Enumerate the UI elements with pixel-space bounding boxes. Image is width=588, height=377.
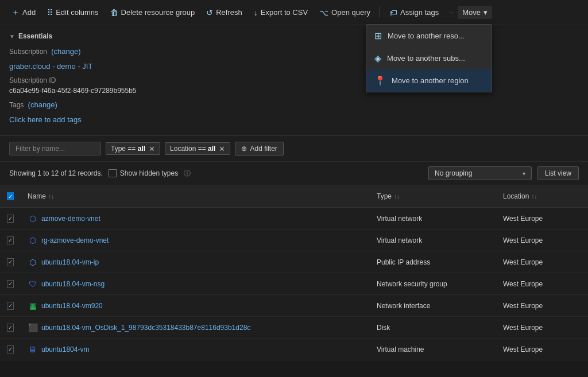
resource-type-icon: 🛡: [28, 279, 38, 289]
info-icon[interactable]: ⓘ: [184, 169, 191, 178]
move-resource-icon: ⊞: [374, 30, 382, 41]
row-name-cell: ⬛ ubuntu18.04-vm_OsDisk_1_98793dc3531843…: [21, 319, 370, 336]
refresh-button[interactable]: ↺ Refresh: [202, 6, 247, 20]
row-type-cell: Public IP address: [370, 255, 496, 270]
resource-type-icon: ▦: [28, 301, 38, 311]
row-checkbox-cell[interactable]: ✓: [0, 233, 21, 248]
resource-type-icon: ⬡: [28, 235, 38, 246]
resource-type-icon: 🖥: [28, 344, 38, 355]
table-row: ✓ 🖥 ubuntu1804-vm Virtual machine West E…: [0, 339, 588, 360]
move-button[interactable]: Move ▾: [458, 6, 492, 19]
assign-tags-button[interactable]: 🏷 Assign tags: [385, 6, 443, 20]
tags-change-link[interactable]: (change): [28, 100, 57, 109]
essentials-chevron-icon: ▼: [9, 33, 15, 40]
move-to-subscription-item[interactable]: ◈ Move to another subs...: [366, 47, 492, 69]
name-column-header[interactable]: Name ↑↓: [21, 190, 370, 203]
row-checkbox-cell[interactable]: ✓: [0, 255, 21, 270]
table-row: ✓ ▦ ubuntu18.04-vm920 Network interface …: [0, 295, 588, 317]
row-type-cell: Network security group: [370, 277, 496, 292]
tags-add-link[interactable]: Click here to add tags: [9, 115, 82, 124]
type-filter-close[interactable]: ✕: [149, 145, 155, 153]
grouping-chevron-icon: ▾: [523, 170, 525, 177]
toolbar: ＋ Add ⠿ Edit columns 🗑 Delete resource g…: [0, 0, 588, 25]
row-checkbox[interactable]: ✓: [7, 215, 14, 223]
grouping-select[interactable]: No grouping ▾: [428, 166, 532, 180]
essentials-grid: Subscription (change) graber.cloud - dem…: [9, 46, 579, 129]
row-checkbox[interactable]: ✓: [7, 302, 14, 310]
delete-icon: 🗑: [110, 8, 118, 17]
location-filter-chip[interactable]: Location == all ✕: [165, 142, 230, 155]
filter-row: Type == all ✕ Location == all ✕ ⊕ Add fi…: [0, 136, 588, 162]
add-button[interactable]: ＋ Add: [7, 5, 40, 20]
row-checkbox[interactable]: ✓: [7, 236, 14, 244]
row-location-cell: West Europe: [496, 211, 588, 226]
select-all-checkbox[interactable]: ✓: [7, 192, 14, 200]
move-region-icon: 📍: [374, 75, 386, 86]
row-checkbox[interactable]: ✓: [7, 258, 14, 266]
row-location-cell: West Europe: [496, 255, 588, 270]
row-checkbox-cell[interactable]: ✓: [0, 342, 21, 357]
row-location-cell: West Europe: [496, 233, 588, 248]
move-btn-wrapper: Move ▾ ⊞ Move to another reso... ◈ Move …: [458, 6, 492, 19]
row-checkbox[interactable]: ✓: [7, 345, 14, 353]
query-icon: ⌥: [319, 8, 328, 17]
row-name-cell: 🖥 ubuntu1804-vm: [21, 341, 370, 358]
row-checkbox[interactable]: ✓: [7, 280, 14, 288]
table-body: ✓ ⬡ azmove-demo-vnet Virtual network Wes…: [0, 208, 588, 360]
refresh-icon: ↺: [206, 8, 213, 17]
table-row: ✓ ⬡ ubuntu18.04-vm-ip Public IP address …: [0, 251, 588, 273]
filter-by-name-input[interactable]: [9, 142, 101, 156]
row-checkbox-cell[interactable]: ✓: [0, 320, 21, 335]
resource-type-icon: ⬡: [28, 213, 38, 224]
row-location-cell: West Europe: [496, 320, 588, 335]
resource-type-icon: ⬡: [28, 257, 38, 267]
export-csv-button[interactable]: ↓ Export to CSV: [249, 6, 312, 20]
separator: [380, 7, 380, 18]
resource-name-link[interactable]: ubuntu18.04-vm920: [41, 302, 103, 310]
row-checkbox-cell[interactable]: ✓: [0, 298, 21, 313]
row-name-cell: ⬡ azmove-demo-vnet: [21, 210, 370, 227]
resource-name-link[interactable]: azmove-demo-vnet: [41, 215, 100, 223]
location-column-header[interactable]: Location ↑↓: [496, 190, 588, 203]
select-all-header[interactable]: ✓: [0, 190, 21, 203]
resource-name-link[interactable]: rg-azmove-demo-vnet: [41, 236, 109, 244]
move-to-resource-item[interactable]: ⊞ Move to another reso...: [366, 25, 492, 47]
resource-name-link[interactable]: ubuntu1804-vm: [41, 345, 89, 353]
row-checkbox-cell[interactable]: ✓: [0, 211, 21, 226]
show-hidden-checkbox[interactable]: [109, 169, 117, 177]
table-row: ✓ 🛡 ubuntu18.04-vm-nsg Network security …: [0, 273, 588, 295]
move-to-region-item[interactable]: 📍 Move to another region: [366, 69, 492, 92]
move-dropdown: ⊞ Move to another reso... ◈ Move to anot…: [366, 24, 492, 92]
type-filter-chip[interactable]: Type == all ✕: [106, 142, 160, 155]
type-column-header[interactable]: Type ↑↓: [370, 190, 496, 203]
essentials-section: ▼ Essentials Subscription (change) grabe…: [0, 25, 588, 136]
subscription-change-link[interactable]: (change): [51, 47, 80, 56]
open-query-button[interactable]: ⌥ Open query: [315, 6, 375, 20]
export-icon: ↓: [254, 8, 258, 17]
resource-name-link[interactable]: ubuntu18.04-vm-ip: [41, 258, 99, 266]
delete-rg-button[interactable]: 🗑 Delete resource group: [106, 6, 200, 20]
tags-row: Tags (change): [9, 99, 435, 111]
row-name-cell: ▦ ubuntu18.04-vm920: [21, 297, 370, 314]
location-filter-close[interactable]: ✕: [219, 145, 225, 153]
row-type-cell: Virtual network: [370, 211, 496, 226]
records-row: Showing 1 to 12 of 12 records. Show hidd…: [0, 162, 588, 185]
row-name-cell: ⬡ ubuntu18.04-vm-ip: [21, 254, 370, 271]
row-checkbox-cell[interactable]: ✓: [0, 277, 21, 292]
row-type-cell: Network interface: [370, 298, 496, 313]
tags-add-row: Click here to add tags: [9, 114, 435, 126]
row-location-cell: West Europe: [496, 277, 588, 292]
tag-icon: 🏷: [389, 8, 397, 17]
show-hidden-types-label[interactable]: Show hidden types: [109, 169, 178, 177]
view-button[interactable]: List view: [537, 166, 579, 180]
table-header: ✓ Name ↑↓ Type ↑↓ Location ↑↓: [0, 185, 588, 208]
resource-name-link[interactable]: ubuntu18.04-vm_OsDisk_1_98793dc35318433b…: [41, 324, 250, 332]
row-checkbox[interactable]: ✓: [7, 324, 14, 332]
row-type-cell: Disk: [370, 320, 496, 335]
subscription-value-link[interactable]: graber.cloud - demo - JIT: [9, 62, 92, 71]
resource-name-link[interactable]: ubuntu18.04-vm-nsg: [41, 280, 105, 288]
columns-icon: ⠿: [47, 8, 53, 17]
edit-columns-button[interactable]: ⠿ Edit columns: [42, 6, 103, 20]
add-filter-button[interactable]: ⊕ Add filter: [235, 142, 283, 156]
table-row: ✓ ⬡ rg-azmove-demo-vnet Virtual network …: [0, 230, 588, 251]
